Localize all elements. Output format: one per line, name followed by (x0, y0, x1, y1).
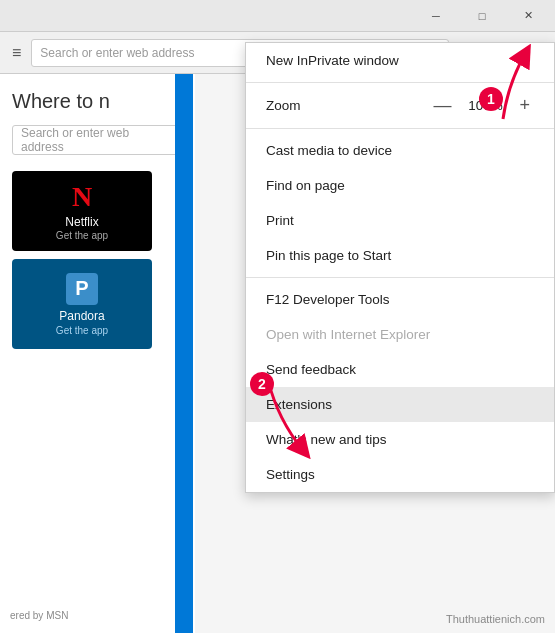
netflix-name: Netflix (65, 215, 98, 229)
watermark: Thuthuattienich.com (446, 613, 545, 625)
menu-divider-2 (246, 128, 554, 129)
menu-item-f12[interactable]: F12 Developer Tools (246, 282, 554, 317)
menu-item-pin[interactable]: Pin this page to Start (246, 238, 554, 273)
pandora-cta: Get the app (56, 325, 108, 336)
menu-item-print[interactable]: Print (246, 203, 554, 238)
pandora-name: Pandora (59, 309, 104, 323)
menu-item-find[interactable]: Find on page (246, 168, 554, 203)
search-bar[interactable]: Search or enter web address (12, 125, 183, 155)
title-bar: ─ □ ✕ (0, 0, 555, 32)
menu-divider-3 (246, 277, 554, 278)
netflix-tile[interactable]: N Netflix Get the app (12, 171, 152, 251)
zoom-out-button[interactable]: — (429, 95, 455, 116)
search-placeholder: Search or enter web address (21, 126, 174, 154)
svg-text:1: 1 (487, 91, 495, 107)
address-placeholder: Search or enter web address (40, 46, 194, 60)
msn-credit: ered by MSN (10, 610, 68, 621)
minimize-button[interactable]: ─ (413, 0, 459, 32)
maximize-button[interactable]: □ (459, 0, 505, 32)
close-button[interactable]: ✕ (505, 0, 551, 32)
pandora-tile[interactable]: P Pandora Get the app (12, 259, 152, 349)
netflix-logo: N (72, 181, 92, 213)
annotation-arrow-2: 2 (248, 370, 328, 474)
netflix-cta: Get the app (56, 230, 108, 241)
blue-stripe (175, 74, 193, 633)
hamburger-icon[interactable]: ≡ (8, 40, 25, 66)
pandora-logo: P (66, 273, 98, 305)
menu-item-cast[interactable]: Cast media to device (246, 133, 554, 168)
menu-item-ie: Open with Internet Explorer (246, 317, 554, 352)
page-content: Where to n Search or enter web address N… (0, 74, 195, 633)
page-title: Where to n (12, 90, 183, 113)
svg-text:2: 2 (258, 376, 266, 392)
annotation-arrow-1: 1 (473, 44, 533, 128)
